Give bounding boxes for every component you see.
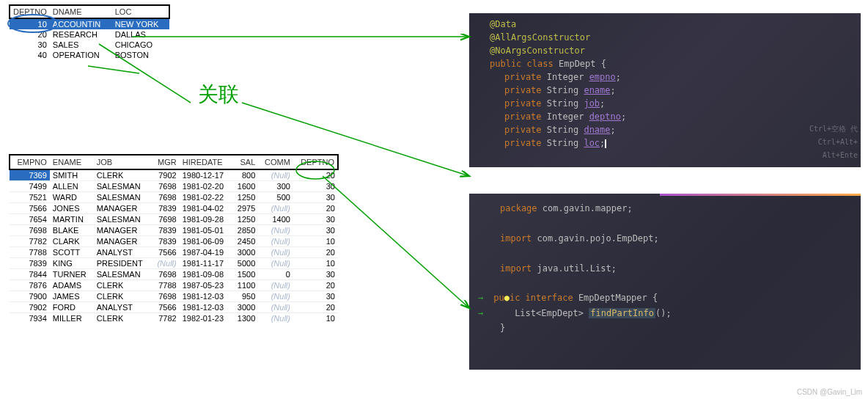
cell: 7876 <box>10 280 50 291</box>
dept-col-loc[interactable]: LOC <box>112 5 169 18</box>
cell: SALESMAN <box>94 214 152 225</box>
emp-col[interactable]: SAL <box>232 155 258 169</box>
cell: 2850 <box>232 225 258 236</box>
table-row[interactable]: 7566JONESMANAGER78391981-04-022975(Null)… <box>10 203 338 214</box>
cell: 7788 <box>10 247 50 258</box>
emp-col[interactable]: HIREDATE <box>180 155 232 169</box>
table-row[interactable]: 7900JAMESCLERK76981981-12-03950(Null)30 <box>10 291 338 302</box>
cell: 1300 <box>232 313 258 324</box>
cell: 1981-12-03 <box>180 291 232 302</box>
gutter-arrow-icon[interactable]: → <box>478 290 488 305</box>
code-editor-mapper[interactable]: package com.gavin.mapper; import com.gav… <box>469 194 861 370</box>
cell: WARD <box>50 192 94 203</box>
cell: 1250 <box>232 214 258 225</box>
cell: (Null) <box>258 169 293 181</box>
cell: 30 <box>293 225 338 236</box>
cell: (Null) <box>258 291 293 302</box>
annotation-label: 关联 <box>198 81 239 109</box>
cell: FORD <box>50 302 94 313</box>
cell: 1982-01-23 <box>180 313 232 324</box>
table-row[interactable]: 7902FORDANALYST75661981-12-033000(Null)2… <box>10 302 338 313</box>
shortcut-hint: Ctrl+Alt+ <box>818 136 858 147</box>
dept-table: DEPTNO DNAME LOC 10ACCOUNTINNEW YORK20RE… <box>9 4 170 60</box>
emp-col[interactable]: ENAME <box>50 155 94 169</box>
table-row[interactable]: 7521WARDSALESMAN76981981-02-22125050030 <box>10 192 338 203</box>
cell: 800 <box>232 169 258 181</box>
cell: SMITH <box>50 169 94 181</box>
cell: JONES <box>50 203 94 214</box>
emp-col[interactable]: COMM <box>258 155 293 169</box>
code-editor-pojo[interactable]: @Data@AllArgsConstructor@NoArgsConstruct… <box>469 13 861 167</box>
cell: 10 <box>293 258 338 269</box>
cell: RESEARCH <box>50 29 112 40</box>
cell: 7902 <box>10 302 50 313</box>
emp-col[interactable]: EMPNO <box>10 155 50 169</box>
cell: 7782 <box>10 236 50 247</box>
table-row[interactable]: 7782CLARKMANAGER78391981-06-092450(Null)… <box>10 236 338 247</box>
cell: 1981-06-09 <box>180 236 232 247</box>
table-row[interactable]: 20RESEARCHDALLAS <box>10 29 169 40</box>
cell: ALLEN <box>50 181 94 192</box>
dept-col-dname[interactable]: DNAME <box>50 5 112 18</box>
table-row[interactable]: 7698BLAKEMANAGER78391981-05-012850(Null)… <box>10 225 338 236</box>
annotation: @AllArgsConstructor <box>490 32 590 43</box>
annotation: @Data <box>490 19 516 29</box>
emp-col[interactable]: DEPTNO <box>293 155 338 169</box>
cell: 7566 <box>152 302 180 313</box>
cell: 7839 <box>152 225 180 236</box>
cell: 7839 <box>152 236 180 247</box>
cell: 7654 <box>10 214 50 225</box>
table-row[interactable]: 7839KINGPRESIDENT(Null)1981-11-175000(Nu… <box>10 258 338 269</box>
cell: BOSTON <box>112 50 169 60</box>
cell: (Null) <box>258 203 293 214</box>
cell: 1981-02-20 <box>180 181 232 192</box>
cell: CLERK <box>94 291 152 302</box>
cell: 1980-12-17 <box>180 169 232 181</box>
emp-table: EMPNOENAMEJOBMGRHIREDATESALCOMMDEPTNO 73… <box>9 154 339 323</box>
cell: 30 <box>293 214 338 225</box>
cell: SALES <box>50 40 112 50</box>
cell: 7698 <box>10 225 50 236</box>
table-row[interactable]: 7934MILLERCLERK77821982-01-231300(Null)1… <box>10 313 338 324</box>
cell: (Null) <box>152 258 180 269</box>
cell: ANALYST <box>94 247 152 258</box>
table-row[interactable]: 7499ALLENSALESMAN76981981-02-20160030030 <box>10 181 338 192</box>
table-row[interactable]: 10ACCOUNTINNEW YORK <box>10 18 169 29</box>
cell: CLERK <box>94 280 152 291</box>
cell: 20 <box>293 280 338 291</box>
gutter-arrow-icon[interactable]: → <box>478 306 488 321</box>
cell: OPERATION <box>50 50 112 60</box>
cell: 10 <box>293 313 338 324</box>
cell: 30 <box>293 269 338 280</box>
method-name[interactable]: findPartInfo <box>589 308 655 318</box>
annotation: @NoArgsConstructor <box>490 45 585 56</box>
cell: 1100 <box>232 280 258 291</box>
cell: 3000 <box>232 302 258 313</box>
cell: 3000 <box>232 247 258 258</box>
cell: 30 <box>293 291 338 302</box>
table-row[interactable]: 7844TURNERSALESMAN76981981-09-081500030 <box>10 269 338 280</box>
dept-table-header: DEPTNO DNAME LOC <box>10 5 169 18</box>
dept-col-deptno[interactable]: DEPTNO <box>10 5 50 18</box>
cell: 2975 <box>232 203 258 214</box>
cell: 1250 <box>232 192 258 203</box>
cell: 7566 <box>152 247 180 258</box>
cell: 7698 <box>152 181 180 192</box>
cell: ANALYST <box>94 302 152 313</box>
cell: MANAGER <box>94 225 152 236</box>
table-row[interactable]: 40OPERATIONBOSTON <box>10 50 169 60</box>
emp-col[interactable]: MGR <box>152 155 180 169</box>
emp-table-header: EMPNOENAMEJOBMGRHIREDATESALCOMMDEPTNO <box>10 155 338 169</box>
cell: 7934 <box>10 313 50 324</box>
table-row[interactable]: 7876ADAMSCLERK77881987-05-231100(Null)20 <box>10 280 338 291</box>
table-row[interactable]: 7369SMITHCLERK79021980-12-17800(Null)20 <box>10 169 338 181</box>
cell: 7698 <box>152 214 180 225</box>
cell: 7698 <box>152 192 180 203</box>
table-row[interactable]: 7654MARTINSALESMAN76981981-09-2812501400… <box>10 214 338 225</box>
table-row[interactable]: 30SALESCHICAGO <box>10 40 169 50</box>
table-row[interactable]: 7788SCOTTANALYST75661987-04-193000(Null)… <box>10 247 338 258</box>
cell: 300 <box>258 181 293 192</box>
emp-col[interactable]: JOB <box>94 155 152 169</box>
cell: (Null) <box>258 247 293 258</box>
cell: 7788 <box>152 280 180 291</box>
